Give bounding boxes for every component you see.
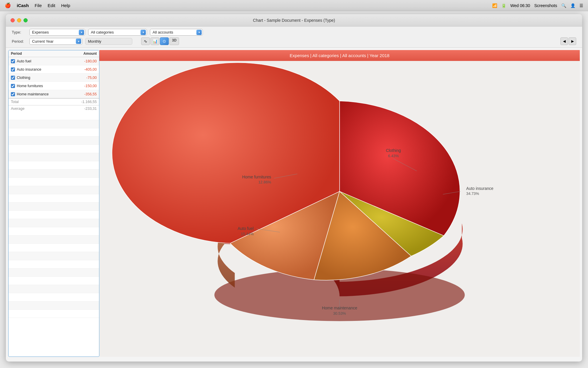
apple-logo-icon: 🍎 <box>5 2 11 9</box>
main-window: Chart - Sample Document - Expenses (Type… <box>6 14 582 362</box>
categories-select[interactable]: All categories <box>88 29 147 36</box>
bar-chart-button[interactable]: 📊 <box>151 37 159 45</box>
home-furnitures-pct: 12.86% <box>258 180 271 184</box>
table-header: Period Amount <box>9 50 99 57</box>
period-sub-select[interactable]: Monthly <box>85 38 132 45</box>
empty-row <box>9 252 99 260</box>
home-furnitures-amount: -150,00 <box>76 84 97 88</box>
left-panel: Period Amount Auto fuel -180,00 Auto ins… <box>8 50 99 357</box>
close-button[interactable] <box>11 18 15 22</box>
chart-title-bar: Expenses | All categories | All accounts… <box>99 50 580 61</box>
period-label: Period: <box>12 39 26 44</box>
period-sub-select-wrapper: Monthly <box>85 38 132 45</box>
auto-fuel-amount: -180,00 <box>76 59 97 63</box>
help-menu[interactable]: Help <box>61 3 70 8</box>
chart-type-buttons: ∿ 📊 ⊙ 3D <box>141 37 179 45</box>
menubar-right: 📶 🔋 Wed 06:30 Screenshots 🔍 👤 ☰ <box>492 3 583 8</box>
period-select[interactable]: Current Year <box>29 38 82 45</box>
col-amount-header: Amount <box>73 52 97 56</box>
empty-row <box>9 277 99 285</box>
window-title: Chart - Sample Document - Expenses (Type… <box>253 18 335 23</box>
accounts-select[interactable]: All accounts <box>150 29 203 36</box>
average-amount: -233,31 <box>76 107 97 111</box>
toolbar-row-1: Type: Expenses All categories All accoun… <box>12 29 576 36</box>
empty-row <box>9 301 99 310</box>
empty-row <box>9 194 99 203</box>
empty-rows <box>9 112 99 318</box>
empty-row <box>9 211 99 219</box>
auto-insurance-checkbox[interactable] <box>11 67 15 72</box>
empty-row <box>9 268 99 277</box>
screenshots-label: Screenshots <box>534 3 557 8</box>
empty-row <box>9 227 99 236</box>
clock: Wed 06:30 <box>510 3 530 8</box>
type-select[interactable]: Expenses <box>29 29 85 36</box>
auto-insurance-pct: 34.73% <box>466 191 479 196</box>
maximize-button[interactable] <box>24 18 28 22</box>
right-panel: Expenses | All categories | All accounts… <box>99 48 582 359</box>
menubar-left: 🍎 iCash File Edit Help <box>5 2 70 9</box>
menubar: 🍎 iCash File Edit Help 📶 🔋 Wed 06:30 Scr… <box>0 0 588 11</box>
prev-arrow[interactable]: ◀ <box>560 37 568 45</box>
content-area: Period Amount Auto fuel -180,00 Auto ins… <box>6 48 582 359</box>
empty-row <box>9 293 99 301</box>
minimize-button[interactable] <box>17 18 21 22</box>
empty-row <box>9 145 99 153</box>
edit-menu[interactable]: Edit <box>48 3 55 8</box>
empty-row <box>9 203 99 211</box>
app-name: iCash <box>17 3 29 8</box>
list-icon: ☰ <box>579 3 583 8</box>
chart-title: Expenses | All categories | All accounts… <box>290 53 389 58</box>
period-select-wrapper: Current Year <box>29 38 82 45</box>
line-chart-button[interactable]: ∿ <box>141 37 150 45</box>
battery-icon: 🔋 <box>501 3 506 8</box>
total-amount: -1.166,55 <box>76 100 97 104</box>
clothing-pct: 6.43% <box>388 154 399 158</box>
empty-row <box>9 244 99 252</box>
search-icon[interactable]: 🔍 <box>561 3 566 8</box>
auto-fuel-label: Auto fuel <box>17 59 76 63</box>
home-maintenance-amount: -356,55 <box>76 92 97 96</box>
empty-row <box>9 285 99 293</box>
empty-row <box>9 128 99 137</box>
pie-chart-button[interactable]: ⊙ <box>160 37 169 45</box>
auto-insurance-label: Auto insurance 34.73% <box>466 186 494 196</box>
auto-fuel-pct: 15.44% <box>241 232 254 236</box>
nav-arrows: ◀ ▶ <box>560 37 576 45</box>
chart-canvas: Clothing 6.43% Auto insurance 34.73% Hom… <box>99 61 580 357</box>
clothing-checkbox[interactable] <box>11 76 15 80</box>
table-row: Home furnitures -150,00 <box>9 82 99 90</box>
empty-row <box>9 170 99 178</box>
wifi-icon: 📶 <box>492 3 497 8</box>
table-row: Auto insurance -405,00 <box>9 65 99 74</box>
empty-row <box>9 137 99 145</box>
average-label: Average <box>11 107 76 111</box>
clothing-amount: -75,00 <box>76 76 97 80</box>
total-label: Total <box>11 100 76 104</box>
empty-row <box>9 219 99 227</box>
auto-fuel-checkbox[interactable] <box>11 59 15 63</box>
type-label: Type: <box>12 30 26 34</box>
empty-row <box>9 161 99 170</box>
empty-row <box>9 120 99 128</box>
toolbar: Type: Expenses All categories All accoun… <box>6 26 582 48</box>
user-icon: 👤 <box>570 3 575 8</box>
empty-row <box>9 260 99 268</box>
table-row: Clothing -75,00 <box>9 74 99 82</box>
home-furnitures-checkbox[interactable] <box>11 84 15 88</box>
auto-insurance-name: Auto insurance <box>466 186 494 191</box>
file-menu[interactable]: File <box>35 3 42 8</box>
empty-row <box>9 236 99 244</box>
next-arrow[interactable]: ▶ <box>569 37 576 45</box>
auto-insurance-amount: -405,00 <box>76 67 97 72</box>
titlebar: Chart - Sample Document - Expenses (Type… <box>6 14 582 26</box>
total-row: Total -1.166,55 <box>9 98 99 105</box>
home-furnitures-label: Home furnitures <box>17 84 76 88</box>
table-row: Auto fuel -180,00 <box>9 57 99 65</box>
empty-row <box>9 153 99 161</box>
empty-row <box>9 178 99 186</box>
home-maintenance-checkbox[interactable] <box>11 92 15 96</box>
categories-select-wrapper: All categories <box>88 29 147 36</box>
auto-fuel-name: Auto fuel <box>238 226 254 231</box>
3d-chart-button[interactable]: 3D <box>169 37 179 45</box>
